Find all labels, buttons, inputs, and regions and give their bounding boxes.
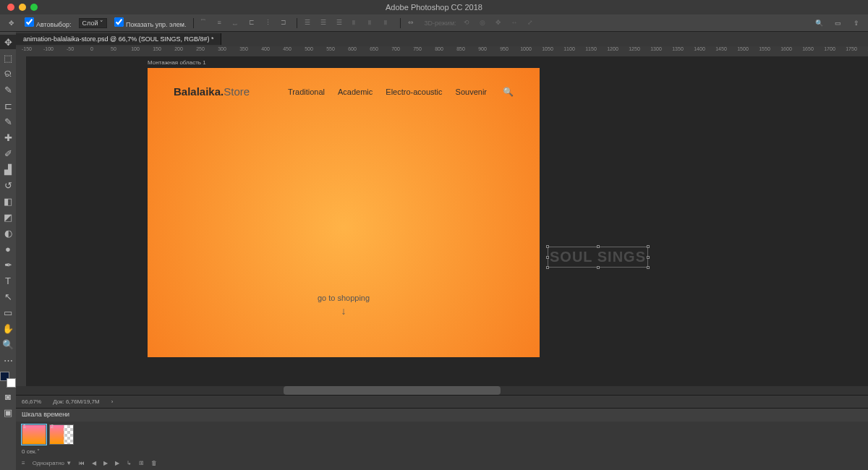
zoom-value[interactable]: 66,67% (22, 398, 41, 405)
screenmode-tool[interactable]: ▣ (0, 405, 16, 419)
stamp-tool[interactable]: ▟ (0, 162, 16, 176)
mode3d-label: 3D-режим: (424, 20, 456, 27)
orbit-icon[interactable]: ⟲ (464, 19, 472, 27)
distribute-bottom-icon[interactable]: ☰ (336, 19, 345, 27)
marquee-tool[interactable]: ⬚ (0, 51, 16, 65)
roll-icon[interactable]: ◎ (480, 19, 488, 27)
autoselect-checkbox[interactable]: Автовыбор: (25, 17, 72, 28)
search-icon[interactable]: 🔍 (813, 17, 825, 29)
blur-tool[interactable]: ◐ (0, 226, 16, 240)
timeline-frame[interactable]: 2 (49, 424, 74, 445)
gradient-tool[interactable]: ◩ (0, 210, 16, 224)
first-frame-icon[interactable]: ⏮ (79, 460, 85, 466)
doc-size[interactable]: Док: 6,76M/19,7M (53, 398, 100, 405)
artboard-label[interactable]: Монтажная область 1 (148, 59, 206, 66)
ruler-horizontal: -150-100-5005010015020025030035040045050… (16, 46, 868, 56)
hand-tool[interactable]: ✋ (0, 321, 16, 336)
pan-icon[interactable]: ✥ (495, 19, 504, 27)
nav-item: Electro-acoustic (386, 87, 442, 96)
align-left-icon[interactable]: ⊏ (249, 19, 258, 27)
toolbar: ✥ ⬚ ର ✎ ⊏ ✎ ✚ ✐ ▟ ↺ ◧ ◩ ◐ ● ✒ T ↖ ▭ ✋ 🔍 … (0, 32, 16, 470)
distribute-right-icon[interactable]: ⫴ (384, 19, 393, 27)
new-frame-icon[interactable]: ⊞ (139, 460, 144, 466)
zoom-tool[interactable]: 🔍 (0, 337, 16, 351)
autoselect-dropdown[interactable]: Слой ˅ (79, 18, 107, 28)
timeline-menu-icon[interactable]: ≡ (22, 460, 25, 466)
nav-item: Traditional (288, 87, 325, 96)
options-bar: ✥ Автовыбор: Слой ˅ Показать упр. элем. … (0, 14, 868, 32)
close-icon[interactable] (7, 4, 14, 11)
color-swatches[interactable] (0, 372, 16, 388)
timeline-title: Шкала времени (16, 409, 868, 422)
distribute-top-icon[interactable]: ☰ (305, 19, 313, 27)
frame-duration[interactable]: 0 сек.˅ (16, 448, 868, 456)
history-brush-tool[interactable]: ↺ (0, 178, 16, 192)
selected-text-layer[interactable]: SOUL SINGS (548, 247, 647, 267)
play-icon[interactable]: ▶ (103, 460, 108, 466)
eraser-tool[interactable]: ◧ (0, 194, 16, 208)
timeline-controls: ≡ Однократно ▼ ⏮ ◀ ▶ ▶ ↳ ⊞ 🗑 (16, 456, 868, 470)
type-tool[interactable]: T (0, 273, 16, 288)
distribute-vcenter-icon[interactable]: ☰ (320, 19, 329, 27)
edit-toolbar[interactable]: ⋯ (0, 353, 16, 367)
background-swatch[interactable] (7, 378, 16, 388)
brush-tool[interactable]: ✐ (0, 146, 16, 161)
status-bar: 66,67% Док: 6,76M/19,7M › (16, 395, 868, 408)
arrow-down-icon: ↓ (318, 305, 370, 317)
nav: TraditionalAcademicElectro-acousticSouve… (288, 87, 487, 96)
minimize-icon[interactable] (19, 4, 26, 11)
align-right-icon[interactable]: ⊐ (281, 19, 289, 27)
dodge-tool[interactable]: ● (0, 242, 16, 256)
healing-tool[interactable]: ✚ (0, 130, 16, 145)
ruler-vertical (16, 56, 26, 386)
canvas[interactable]: Монтажная область 1 Balalaika.Store Trad… (26, 56, 868, 386)
crop-tool[interactable]: ⊏ (0, 98, 16, 113)
search-icon: 🔍 (503, 87, 514, 97)
lasso-tool[interactable]: ର (0, 67, 16, 81)
align-bottom-icon[interactable]: ⎵ (233, 19, 242, 27)
window-controls (0, 4, 38, 11)
artboard: Balalaika.Store TraditionalAcademicElect… (148, 68, 540, 357)
slide-icon[interactable]: ↔ (511, 19, 520, 27)
align-hcenter-icon[interactable]: ⋮ (265, 19, 273, 27)
distribute-left-icon[interactable]: ⫴ (352, 19, 361, 27)
next-frame-icon[interactable]: ▶ (115, 460, 119, 466)
logo: Balalaika.Store (174, 85, 250, 98)
app-title: Adobe Photoshop CC 2018 (386, 3, 482, 12)
share-icon[interactable]: ⇪ (851, 17, 862, 29)
nav-item: Academic (338, 87, 373, 96)
zoom-icon[interactable]: ⤢ (527, 19, 536, 27)
status-chevron-icon[interactable]: › (111, 398, 114, 405)
document-tabs: animation-balalaika-store.psd @ 66,7% (S… (16, 32, 868, 46)
path-tool[interactable]: ↖ (0, 289, 16, 304)
quickselect-tool[interactable]: ✎ (0, 82, 16, 97)
tween-icon[interactable]: ↳ (127, 460, 132, 466)
cta-label: go to shopping (318, 294, 370, 302)
document-area: animation-balalaika-store.psd @ 66,7% (S… (16, 32, 868, 470)
pen-tool[interactable]: ✒ (0, 257, 16, 272)
timeline-panel: Шкала времени 12 0 сек.˅ ≡ Однократно ▼ … (16, 408, 868, 470)
maximize-icon[interactable] (30, 4, 38, 11)
titlebar: Adobe Photoshop CC 2018 (0, 0, 868, 14)
align-vcenter-icon[interactable]: ≡ (217, 19, 226, 27)
loop-dropdown[interactable]: Однократно ▼ (33, 460, 72, 466)
timeline-frame[interactable]: 1 (22, 424, 46, 445)
distribute-hcenter-icon[interactable]: ⫴ (368, 19, 377, 27)
show-controls-checkbox[interactable]: Показать упр. элем. (114, 17, 186, 28)
cta: go to shopping ↓ (318, 294, 370, 317)
move-tool[interactable]: ✥ (0, 35, 16, 49)
delete-frame-icon[interactable]: 🗑 (151, 460, 157, 466)
quickmask-tool[interactable]: ◙ (0, 389, 16, 403)
align-top-icon[interactable]: ⎴ (201, 19, 210, 27)
eyedropper-tool[interactable]: ✎ (0, 114, 16, 129)
workspace-icon[interactable]: ▭ (832, 17, 843, 29)
move-tool-icon: ✥ (6, 17, 17, 29)
distribute-spacing-icon[interactable]: ⇔ (408, 19, 417, 27)
timeline-frames: 12 (16, 422, 868, 448)
document-tab[interactable]: animation-balalaika-store.psd @ 66,7% (S… (16, 33, 221, 45)
horizontal-scrollbar[interactable] (16, 386, 868, 395)
shape-tool[interactable]: ▭ (0, 305, 16, 320)
nav-item: Souvenir (456, 87, 487, 96)
prev-frame-icon[interactable]: ◀ (92, 460, 96, 466)
